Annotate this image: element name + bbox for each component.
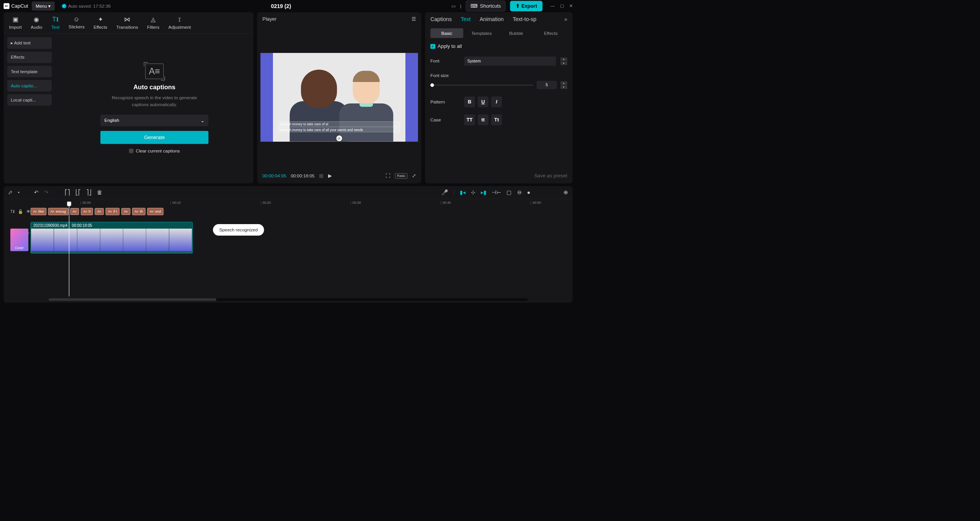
clear-captions-label: Clear current captions bbox=[136, 148, 180, 154]
export-button[interactable]: ⬆ Export bbox=[510, 1, 542, 11]
case-lower-button[interactable]: tt bbox=[478, 115, 488, 125]
snap-icon[interactable]: ⊣⊢ bbox=[492, 189, 501, 195]
font-size-slider[interactable] bbox=[430, 85, 533, 85]
pointer-tool[interactable]: ⬀ bbox=[8, 189, 13, 195]
subtab-templates[interactable]: Templates bbox=[465, 28, 498, 38]
preview-icon[interactable]: ▢ bbox=[506, 189, 512, 195]
generate-button[interactable]: Generate bbox=[100, 131, 208, 144]
ratio-button[interactable]: Ratio bbox=[395, 173, 408, 179]
caption-clip[interactable]: A≡ bbox=[95, 208, 104, 215]
zoom-in-icon[interactable]: ⊕ bbox=[564, 189, 568, 195]
caption-clip[interactable]: A≡und bbox=[147, 208, 163, 215]
scrollbar-thumb[interactable] bbox=[49, 298, 216, 301]
pointer-dropdown-icon[interactable]: ▾ bbox=[18, 190, 20, 194]
stepper-up-icon[interactable]: ▴ bbox=[560, 81, 567, 85]
video-clip[interactable]: 202311090930.mp4 00:00:18:05 bbox=[31, 222, 193, 253]
sidebar-add-text[interactable]: ▸ Add text bbox=[7, 37, 52, 49]
minimize-button[interactable]: — bbox=[550, 3, 555, 8]
shortcuts-button[interactable]: ⌨ Shortcuts bbox=[466, 1, 506, 11]
fullscreen-icon[interactable]: ⤢ bbox=[412, 173, 416, 179]
timeline-scrollbar[interactable] bbox=[49, 298, 528, 301]
sidebar-effects[interactable]: Effects bbox=[7, 52, 52, 63]
language-select[interactable]: English ⌄ bbox=[100, 115, 208, 126]
project-title[interactable]: 0219 (2) bbox=[114, 3, 448, 9]
toast-notification: Speech recognized bbox=[213, 224, 264, 236]
subtab-basic[interactable]: Basic bbox=[430, 28, 463, 38]
redo-button[interactable]: ↷ bbox=[44, 189, 49, 195]
font-stepper[interactable]: ▴ ▾ bbox=[560, 57, 567, 65]
stepper-down-icon[interactable]: ▾ bbox=[560, 85, 567, 89]
tab-adjustment[interactable]: ⟟Adjustment bbox=[168, 16, 191, 29]
caption-clip[interactable]: A≡ bbox=[70, 208, 79, 215]
caption-overlay[interactable]: enough money to take care of al enough m… bbox=[278, 121, 400, 133]
tab-effects[interactable]: ✦Effects bbox=[93, 16, 107, 29]
player-menu-icon[interactable]: ☰ bbox=[412, 16, 416, 22]
split-right-tool[interactable]: ⎤⎦ bbox=[86, 189, 91, 195]
subtab-bubble[interactable]: Bubble bbox=[500, 28, 532, 38]
case-upper-button[interactable]: TT bbox=[464, 115, 475, 125]
slider-thumb[interactable] bbox=[430, 83, 434, 87]
tab-stickers[interactable]: ☺Stickers bbox=[69, 16, 85, 29]
stepper-up-icon[interactable]: ▴ bbox=[560, 57, 567, 61]
playhead-handle[interactable] bbox=[67, 202, 71, 206]
sidebar-local-captions[interactable]: Local capti... bbox=[7, 94, 52, 106]
bold-button[interactable]: B bbox=[464, 97, 475, 107]
caption-line-2: enough money to take care of all your wa… bbox=[278, 127, 400, 133]
tick: 00:20 bbox=[260, 201, 271, 205]
caption-clip[interactable]: A≡if t bbox=[106, 208, 120, 215]
list-icon[interactable]: ▦ bbox=[319, 173, 323, 179]
font-select[interactable]: System bbox=[464, 57, 556, 66]
undo-button[interactable]: ↶ bbox=[34, 189, 39, 195]
close-button[interactable]: ✕ bbox=[569, 3, 573, 8]
player-viewport[interactable]: enough money to take care of al enough m… bbox=[257, 26, 421, 169]
tab-import[interactable]: ▣Import bbox=[9, 16, 22, 29]
magnet-right-icon[interactable]: ▸▮ bbox=[481, 189, 487, 195]
tab-text[interactable]: T𝐈Text bbox=[51, 16, 60, 29]
cover-thumbnail[interactable]: Cover bbox=[10, 229, 28, 251]
sync-icon[interactable]: ⟳ bbox=[336, 135, 343, 142]
menu-button[interactable]: Menu ▾ bbox=[32, 2, 55, 11]
caption-clip[interactable]: A≡th bbox=[132, 208, 145, 215]
more-tabs-icon[interactable]: » bbox=[564, 16, 567, 22]
mic-icon[interactable]: 🎤 bbox=[441, 189, 448, 195]
play-button[interactable]: ▶ bbox=[328, 173, 332, 179]
shortcuts-label: Shortcuts bbox=[480, 3, 501, 9]
underline-button[interactable]: U bbox=[478, 97, 488, 107]
tab-transitions[interactable]: ⋈Transitions bbox=[116, 16, 138, 29]
caption-clip[interactable]: A≡ bbox=[121, 208, 130, 215]
timeline-ruler[interactable]: 00:00 00:10 00:20 00:30 00:40 00:50 bbox=[3, 199, 572, 206]
apply-all-checkbox[interactable]: ✓ Apply to all bbox=[425, 40, 573, 53]
scan-icon[interactable]: ⛶ bbox=[385, 173, 390, 179]
zoom-slider-icon[interactable]: ● bbox=[527, 189, 531, 195]
rtab-text[interactable]: Text bbox=[461, 16, 470, 22]
sidebar-text-template[interactable]: Text template bbox=[7, 66, 52, 77]
split-left-tool[interactable]: ⎣⎡ bbox=[75, 189, 81, 195]
zoom-out-icon[interactable]: ⊖ bbox=[517, 189, 522, 195]
playhead[interactable] bbox=[69, 206, 69, 297]
magnet-left-icon[interactable]: ▮◂ bbox=[460, 189, 466, 195]
tab-filters[interactable]: ◬Filters bbox=[147, 16, 159, 29]
clear-captions-checkbox[interactable]: Clear current captions bbox=[129, 148, 180, 154]
maximize-button[interactable]: ▢ bbox=[560, 3, 564, 8]
case-title-button[interactable]: Tt bbox=[491, 115, 502, 125]
italic-button[interactable]: I bbox=[491, 97, 502, 107]
layout-icon[interactable]: ▭ bbox=[451, 3, 456, 9]
auto-captions-desc: Recognize speech in the video to generat… bbox=[107, 94, 202, 108]
keyboard-icon: ⌨ bbox=[470, 3, 478, 9]
caption-clip[interactable]: A≡enoug bbox=[48, 208, 69, 215]
caption-clip[interactable]: A≡h bbox=[81, 208, 93, 215]
sidebar-auto-captions[interactable]: Auto captio... bbox=[7, 80, 52, 92]
stepper-down-icon[interactable]: ▾ bbox=[560, 61, 567, 65]
font-size-input[interactable]: 5 bbox=[537, 81, 557, 89]
delete-tool[interactable]: 🗑 bbox=[97, 189, 102, 195]
size-stepper[interactable]: ▴ ▾ bbox=[560, 81, 567, 89]
tab-audio[interactable]: ◉Audio bbox=[31, 16, 42, 29]
subtab-effects[interactable]: Effects bbox=[534, 28, 567, 38]
save-preset-button[interactable]: Save as preset bbox=[425, 169, 573, 183]
rtab-tts[interactable]: Text-to-sp bbox=[513, 16, 536, 22]
rtab-captions[interactable]: Captions bbox=[430, 16, 452, 22]
split-tool[interactable]: ⎡⎤ bbox=[65, 189, 70, 195]
caption-clip[interactable]: A≡like bbox=[31, 208, 46, 215]
rtab-animation[interactable]: Animation bbox=[480, 16, 504, 22]
align-icon[interactable]: ⊹ bbox=[471, 189, 475, 195]
